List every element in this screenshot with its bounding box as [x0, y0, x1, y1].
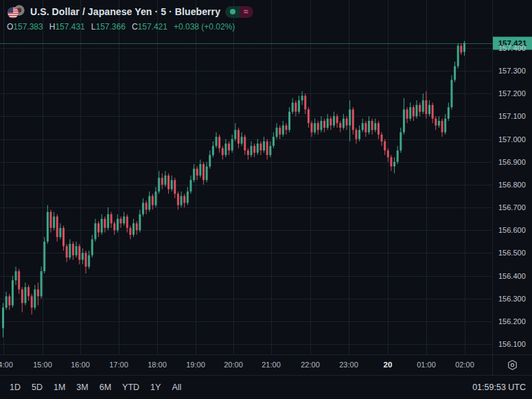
candle [209, 155, 211, 167]
candle [84, 253, 86, 266]
candle [107, 214, 109, 228]
candle [253, 146, 255, 153]
current-price-line [0, 43, 492, 44]
candle [415, 105, 417, 117]
candle [53, 216, 55, 228]
open-label: O [7, 22, 13, 32]
time-axis-label: 02:00 [455, 361, 474, 369]
candle [69, 244, 71, 258]
candle [241, 137, 243, 144]
symbol-title[interactable]: U.S. Dollar / Japanese Yen · 5 · Blueber… [30, 6, 220, 17]
candle [41, 271, 43, 297]
candle [292, 102, 294, 111]
axis-settings-corner[interactable] [492, 354, 532, 375]
price-axis-label: 156.900 [498, 158, 526, 166]
candle [59, 228, 61, 237]
candle [378, 123, 380, 135]
price-axis-label: 156.500 [498, 249, 526, 257]
candle [117, 219, 119, 231]
candle [161, 178, 163, 185]
high-value: 157.431 [55, 22, 84, 32]
candle [279, 128, 281, 135]
price-axis-label: 156.100 [498, 340, 526, 348]
candle [422, 100, 424, 112]
candle [285, 126, 287, 130]
candle [438, 121, 440, 126]
candle [393, 162, 395, 167]
range-button-6m[interactable]: 6M [94, 380, 117, 395]
candle [343, 119, 345, 128]
candle [273, 137, 275, 146]
candle [432, 105, 434, 119]
candle [263, 141, 265, 150]
candle [193, 169, 195, 181]
candle [441, 121, 443, 133]
time-axis-label: 14:00 [0, 361, 13, 369]
time-axis-label: 20:00 [224, 361, 243, 369]
bottom-toolbar: 1D5D1M3M6MYTD1YAll 01:59:53 UTC [0, 375, 532, 399]
candle [329, 119, 332, 126]
candle [406, 109, 408, 118]
range-button-1d[interactable]: 1D [4, 380, 26, 395]
candle [31, 296, 33, 308]
time-axis[interactable]: 14:0015:0016:0017:0018:0019:0020:0021:00… [0, 354, 492, 375]
candle [199, 164, 201, 176]
candle [37, 289, 39, 296]
candle [129, 228, 131, 235]
candle [142, 203, 144, 214]
candle [444, 119, 446, 133]
candlestick-chart [0, 0, 492, 354]
candle [113, 223, 115, 230]
range-button-all[interactable]: All [166, 380, 187, 395]
candle [62, 228, 65, 247]
candle [454, 66, 456, 80]
candle [167, 176, 170, 190]
price-axis-label: 157.200 [498, 89, 526, 98]
candle [390, 157, 392, 166]
candle [349, 109, 351, 125]
candle [450, 80, 452, 107]
close-label: C [132, 22, 138, 32]
candle [304, 96, 306, 110]
candle [24, 287, 26, 303]
candle [189, 180, 192, 192]
candle [250, 146, 252, 155]
change-value: +0.038 (+0.02%) [174, 22, 235, 32]
price-axis[interactable]: 157.421 157.400157.300157.200157.100157.… [492, 0, 532, 354]
candle [428, 105, 430, 114]
candle [212, 146, 214, 155]
candle [457, 46, 459, 67]
candle [336, 116, 338, 123]
clock-utc[interactable]: 01:59:53 UTC [472, 383, 526, 392]
price-axis-label: 156.200 [498, 317, 526, 326]
candle [94, 223, 96, 239]
candle [368, 121, 370, 133]
candle [320, 121, 322, 130]
candle [91, 239, 93, 255]
candle [104, 219, 106, 228]
candle [50, 212, 52, 228]
gear-icon [507, 359, 518, 371]
range-button-1m[interactable]: 1M [48, 380, 71, 395]
candle [419, 105, 421, 112]
candle [269, 146, 271, 155]
range-button-ytd[interactable]: YTD [117, 380, 145, 395]
candle [18, 271, 20, 290]
low-value: 157.366 [95, 22, 125, 32]
range-button-5d[interactable]: 5D [26, 380, 48, 395]
candle [78, 246, 80, 260]
candle [101, 219, 103, 233]
range-button-1y[interactable]: 1Y [145, 380, 166, 395]
range-button-3m[interactable]: 3M [71, 380, 93, 395]
candle [21, 289, 23, 303]
time-axis-label: 18:00 [148, 361, 167, 369]
candle [460, 46, 462, 53]
price-axis-label: 157.400 [498, 44, 526, 52]
date-range-switcher: 1D5D1M3M6MYTD1YAll [4, 380, 187, 395]
candle [72, 244, 74, 255]
chart-area[interactable]: U.S. Dollar / Japanese Yen · 5 · Blueber… [0, 0, 492, 354]
market-status-badge[interactable]: ≈ [225, 6, 253, 18]
candle [47, 212, 49, 242]
candle [362, 123, 364, 130]
candle [409, 107, 411, 119]
